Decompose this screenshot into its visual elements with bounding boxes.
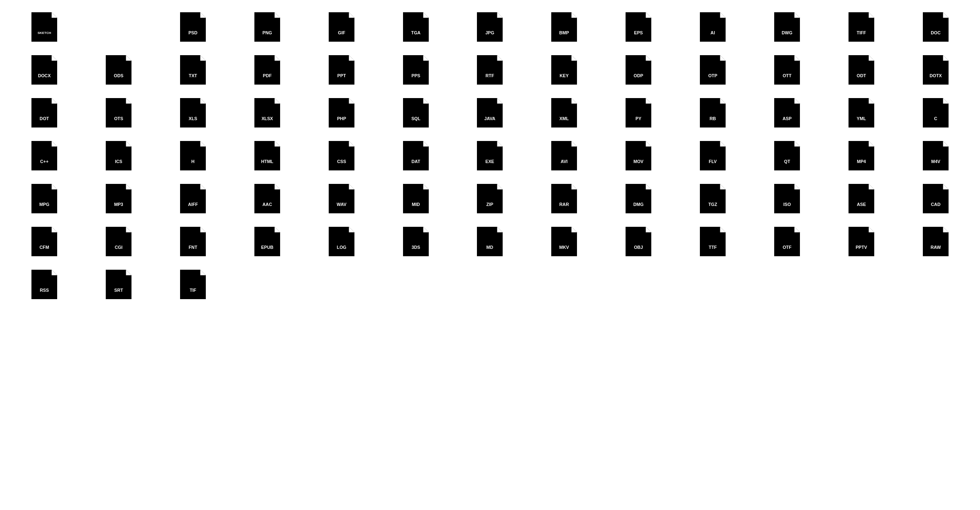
file-type-icon-rb[interactable]: RB [677, 94, 749, 131]
file-type-icon-aac[interactable]: AAC [231, 180, 303, 217]
file-type-icon-fnt[interactable]: FNT [157, 223, 229, 259]
file-type-icon-java[interactable]: JAVA [454, 94, 526, 131]
file-type-icon-otf[interactable]: OTF [751, 223, 823, 259]
svg-text:ASE: ASE [857, 202, 866, 207]
file-type-icon-ods[interactable]: ODS [82, 51, 155, 88]
svg-marker-60 [646, 55, 652, 61]
file-type-icon-mpg[interactable]: MPG [8, 180, 80, 217]
file-type-icon-avi[interactable]: AVI [528, 137, 600, 174]
svg-marker-102 [720, 98, 726, 104]
svg-marker-24 [720, 12, 726, 18]
file-type-icon-doc[interactable]: DOC [900, 8, 972, 45]
file-type-icon-psd[interactable]: PSD [157, 8, 229, 45]
file-type-icon-dat[interactable]: DAT [380, 137, 452, 174]
file-type-icon-zip[interactable]: ZIP [454, 180, 526, 217]
svg-text:RAR: RAR [559, 202, 569, 207]
file-type-icon-png[interactable]: PNG [231, 8, 303, 45]
file-type-icon-xlsx[interactable]: XLSX [231, 94, 303, 131]
file-type-icon-pptv[interactable]: PPTV [825, 223, 898, 259]
file-type-icon-qt[interactable]: QT [751, 137, 823, 174]
file-type-icon-m4v[interactable]: M4V [900, 137, 972, 174]
file-type-icon-yml[interactable]: YML [825, 94, 898, 131]
file-type-icon-odp[interactable]: ODP [602, 51, 675, 88]
svg-marker-75 [51, 98, 57, 104]
file-type-icon-tgz[interactable]: TGZ [677, 180, 749, 217]
svg-marker-168 [423, 184, 429, 190]
file-type-icon-key[interactable]: KEY [528, 51, 600, 88]
file-type-icon-pdf[interactable]: PDF [231, 51, 303, 88]
file-type-icon-ppt[interactable]: PPT [305, 51, 378, 88]
file-type-icon-php[interactable]: PHP [305, 94, 378, 131]
file-type-icon-py[interactable]: PY [602, 94, 675, 131]
file-type-icon-sql[interactable]: SQL [380, 94, 452, 131]
file-type-icon-pps[interactable]: PPS [380, 51, 452, 88]
file-type-icon-rar[interactable]: RAR [528, 180, 600, 217]
file-type-icon-wav[interactable]: WAV [305, 180, 378, 217]
file-type-icon-html[interactable]: HTML [231, 137, 303, 174]
file-type-icon-log[interactable]: LOG [305, 223, 378, 259]
file-type-icon-mp4[interactable]: MP4 [825, 137, 898, 174]
file-type-icon-asp[interactable]: ASP [751, 94, 823, 131]
file-type-icon-ots[interactable]: OTS [82, 94, 155, 131]
svg-text:OTP: OTP [708, 73, 717, 78]
file-type-icon-rss[interactable]: RSS [8, 266, 80, 302]
file-type-icon-c++[interactable]: C++ [8, 137, 80, 174]
file-type-icon-tga[interactable]: TGA [380, 8, 452, 45]
file-type-icon-sketch[interactable]: SKETCH [8, 8, 80, 45]
file-type-icon-c[interactable]: C [900, 94, 972, 131]
file-type-icon-flv[interactable]: FLV [677, 137, 749, 174]
file-type-icon-eps[interactable]: EPS [602, 8, 675, 45]
file-type-icon-tiff[interactable]: TIFF [825, 8, 898, 45]
file-type-icon-ttf[interactable]: TTF [677, 223, 749, 259]
file-type-icon-xls[interactable]: XLS [157, 94, 229, 131]
file-type-icon-dwg[interactable]: DWG [751, 8, 823, 45]
file-type-icon-dmg[interactable]: DMG [602, 180, 675, 217]
file-type-icon-cad[interactable]: CAD [900, 180, 972, 217]
file-type-icon-h[interactable]: H [157, 137, 229, 174]
file-type-icon-cgi[interactable]: CGI [82, 223, 155, 259]
file-type-icon-raw[interactable]: RAW [900, 223, 972, 259]
file-type-icon-srt[interactable]: SRT [82, 266, 155, 302]
file-type-icon-obj[interactable]: OBJ [602, 223, 675, 259]
svg-marker-84 [274, 98, 280, 104]
file-type-icon-gif[interactable]: GIF [305, 8, 378, 45]
file-type-icon-aiff[interactable]: AIFF [157, 180, 229, 217]
file-type-icon-docx[interactable]: DOCX [8, 51, 80, 88]
file-type-icon-txt[interactable]: TXT [157, 51, 229, 88]
svg-marker-9 [349, 12, 354, 18]
file-type-icon-mp3[interactable]: MP3 [82, 180, 155, 217]
svg-text:PSD: PSD [188, 30, 197, 35]
file-type-icon-otp[interactable]: OTP [677, 51, 749, 88]
file-type-icon-ics[interactable]: ICS [82, 137, 155, 174]
file-type-icon-ase[interactable]: ASE [825, 180, 898, 217]
file-type-icon-md[interactable]: MD [454, 223, 526, 259]
file-type-icon-jpg[interactable]: JPG [454, 8, 526, 45]
svg-marker-117 [126, 141, 131, 147]
file-type-icon-iso[interactable]: ISO [751, 180, 823, 217]
file-type-icon-mov[interactable]: MOV [602, 137, 675, 174]
svg-text:DOCX: DOCX [38, 73, 51, 78]
file-type-icon-epub[interactable]: EPUB [231, 223, 303, 259]
file-type-icon-3ds[interactable]: 3DS [380, 223, 452, 259]
file-type-icon-exe[interactable]: EXE [454, 137, 526, 174]
file-type-icon-bmp[interactable]: BMP [528, 8, 600, 45]
file-type-icon-dotx[interactable]: DOTX [900, 51, 972, 88]
svg-text:ISO: ISO [783, 202, 791, 207]
svg-text:QT: QT [784, 159, 790, 164]
file-type-icon-cfm[interactable]: CFM [8, 223, 80, 259]
file-type-icon-odt[interactable]: ODT [825, 51, 898, 88]
svg-text:SQL: SQL [411, 116, 421, 121]
file-type-icon-dot[interactable]: DOT [8, 94, 80, 131]
file-type-icon-css[interactable]: CSS [305, 137, 378, 174]
file-type-icon-ai[interactable]: AI [677, 8, 749, 45]
svg-marker-57 [572, 55, 577, 61]
file-type-icon-xml[interactable]: XML [528, 94, 600, 131]
file-type-icon-tif[interactable]: TIF [157, 266, 229, 302]
empty-slot [900, 266, 972, 302]
file-type-icon-ott[interactable]: OTT [751, 51, 823, 88]
file-type-icon-rtf[interactable]: RTF [454, 51, 526, 88]
file-type-icon-mkv[interactable]: MKV [528, 223, 600, 259]
file-type-icon-mid[interactable]: MID [380, 180, 452, 217]
empty-slot [528, 266, 600, 302]
svg-marker-33 [943, 12, 949, 18]
